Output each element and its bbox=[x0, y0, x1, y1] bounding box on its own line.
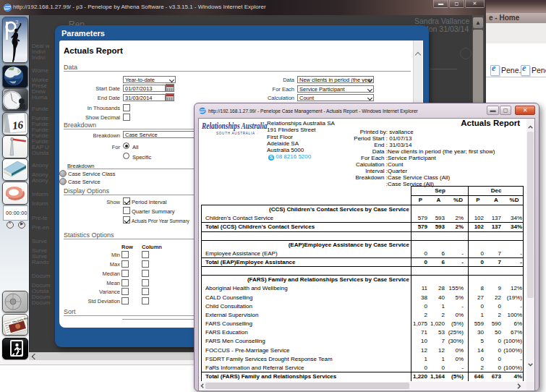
svg-text:16: 16 bbox=[12, 119, 24, 132]
svg-text:3: 3 bbox=[15, 19, 19, 25]
